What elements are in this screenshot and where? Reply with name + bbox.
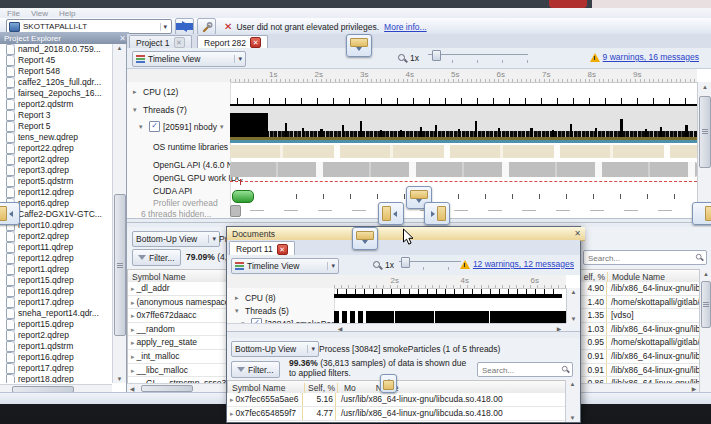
- row-opengl-api[interactable]: OpenGL API (4.6.0 NVI: [153, 160, 241, 170]
- expand-icon[interactable]: ▸: [131, 326, 135, 333]
- list-item[interactable]: report22.qdrep: [0, 143, 112, 154]
- list-item[interactable]: report12.qdrep: [0, 187, 112, 198]
- expand-icon[interactable]: ▸: [131, 312, 135, 319]
- close-tab-icon[interactable]: ✕: [174, 37, 185, 48]
- analysis-view-selector[interactable]: Bottom-Up View ▾: [132, 231, 220, 247]
- view-selector[interactable]: Timeline View ▾: [231, 258, 339, 274]
- scrollbar-thumb[interactable]: [699, 96, 711, 168]
- list-item[interactable]: report15.qdrep: [0, 319, 112, 330]
- row-cpu[interactable]: ▸CPU (8): [235, 293, 276, 303]
- scroll-up-icon[interactable]: ▲: [566, 381, 579, 387]
- dock-indicator-documents[interactable]: [352, 227, 378, 250]
- menu-item[interactable]: File: [7, 9, 20, 18]
- module-row[interactable]: 0.91 /lib/x86_64-linux-gnu/libc: [576, 364, 699, 378]
- list-item[interactable]: report1.qdrep: [0, 264, 112, 275]
- configure-button[interactable]: [197, 18, 216, 35]
- list-item[interactable]: sneha_report14.qdr...: [0, 308, 112, 319]
- scroll-left-icon[interactable]: ◀: [127, 385, 137, 392]
- scroll-up-icon[interactable]: ▲: [113, 45, 126, 51]
- expand-icon[interactable]: ▸: [131, 299, 135, 306]
- dock-indicator-right[interactable]: [424, 202, 450, 225]
- warnings-link[interactable]: 12 warnings, 12 messages: [473, 259, 574, 269]
- dock-indicator-top[interactable]: [346, 34, 372, 57]
- list-item[interactable]: report11.qdrep: [0, 242, 112, 253]
- scroll-up-icon[interactable]: ▲: [698, 84, 711, 90]
- module-row[interactable]: 1.40 /home/skottapalli/gitlab/l: [576, 296, 699, 310]
- dock-indicator-right-edge[interactable]: [692, 202, 711, 225]
- search-input[interactable]: [480, 363, 564, 378]
- search-box[interactable]: [477, 362, 573, 377]
- close-tab-icon[interactable]: ✕: [277, 244, 288, 255]
- scroll-down-icon[interactable]: ▼: [567, 316, 580, 322]
- list-item[interactable]: report15.qdrep: [0, 275, 112, 286]
- module-row[interactable]: 0.95 /home/skottapalli/gitlab/l: [576, 336, 699, 350]
- scroll-up-icon[interactable]: ▲: [567, 289, 580, 295]
- more-info-link[interactable]: More info...: [384, 22, 427, 32]
- analysis-view-selector[interactable]: Bottom-Up View ▾: [231, 341, 319, 357]
- symbol-row[interactable]: ▸_int_malloc: [128, 350, 229, 364]
- close-tab-icon[interactable]: ✕: [250, 37, 261, 48]
- symbol-row[interactable]: ▸apply_reg_state: [128, 336, 229, 350]
- dock-indicator-left[interactable]: [378, 202, 404, 225]
- list-item[interactable]: namd_2018.0.0.759...: [0, 44, 112, 55]
- dock-indicator-left-edge[interactable]: [0, 202, 20, 225]
- row-cuda-api[interactable]: CUDA API: [153, 186, 192, 196]
- tab-report-11[interactable]: Report 11 ✕: [229, 241, 295, 256]
- search-input[interactable]: [586, 251, 694, 266]
- list-item[interactable]: report2.qdstrm: [0, 99, 112, 110]
- connect-button[interactable]: [175, 18, 194, 35]
- row-cpu[interactable]: ▸CPU (12): [133, 87, 178, 97]
- symbol-row[interactable]: ▸(anonymous namespace)::C: [128, 296, 229, 310]
- list-item[interactable]: Report 45: [0, 55, 112, 66]
- filter-button[interactable]: Filter...: [231, 361, 280, 378]
- dock-indicator-table[interactable]: [380, 374, 397, 393]
- list-item[interactable]: caffe2_120s_full.qdr...: [0, 77, 112, 88]
- scroll-up-icon[interactable]: ▲: [700, 271, 711, 277]
- explorer-vertical-scrollbar[interactable]: ▲ ▼: [112, 44, 126, 383]
- warnings-link[interactable]: 9 warnings, 16 messages: [603, 52, 699, 62]
- row-nbody[interactable]: ▾✓[20591] nbody▾: [139, 121, 227, 132]
- table-row[interactable]: ▸0x7fec654859f7 4.77 /usr/lib/x86_64-lin…: [227, 407, 565, 421]
- list-item[interactable]: fairseq_2epochs_16...: [0, 88, 112, 99]
- scroll-right-icon[interactable]: ▶: [689, 385, 699, 392]
- list-item[interactable]: report2.qdrep: [0, 154, 112, 165]
- list-item[interactable]: Report 3: [0, 110, 112, 121]
- menu-item[interactable]: Help: [59, 9, 75, 18]
- symbol-row[interactable]: ▸0x7ffe672daacc: [128, 309, 229, 323]
- expand-icon[interactable]: ▸: [131, 285, 135, 292]
- table-vertical-scrollbar[interactable]: ▲ ▼: [565, 380, 579, 422]
- list-item[interactable]: report12.qdrep: [0, 253, 112, 264]
- timeline-vertical-scrollbar[interactable]: ▲ ▼: [566, 288, 580, 323]
- search-box[interactable]: [583, 250, 707, 265]
- scroll-down-icon[interactable]: ▼: [566, 415, 579, 421]
- zoom-slider[interactable]: [399, 257, 461, 271]
- list-item[interactable]: report2.qdrep: [0, 330, 112, 341]
- list-item[interactable]: tens_new.qdrep: [0, 132, 112, 143]
- symbol-row[interactable]: ▸_dl_addr: [128, 282, 229, 296]
- expand-icon[interactable]: ▸: [131, 339, 135, 346]
- scroll-down-icon[interactable]: ▼: [113, 376, 126, 382]
- zoom-slider[interactable]: [428, 50, 528, 64]
- timeline-tracks[interactable]: [230, 82, 697, 218]
- row-threads[interactable]: ▾Threads (5): [235, 306, 289, 316]
- module-table-vscroll[interactable]: ▲: [699, 269, 711, 392]
- list-item[interactable]: report3.qdrep: [0, 165, 112, 176]
- table-row[interactable]: ▸0x7fec655a5ae6 5.16 /usr/lib/x86_64-lin…: [227, 393, 565, 407]
- module-row[interactable]: 1.03 /lib/x86_64-linux-gnu/libc: [576, 323, 699, 337]
- list-item[interactable]: report16.qdrep: [0, 352, 112, 363]
- list-item[interactable]: report16.qdrep: [0, 286, 112, 297]
- timeline-vertical-scrollbar[interactable]: ▲: [697, 82, 711, 219]
- list-item[interactable]: report17.qdrep: [0, 297, 112, 308]
- scrollbar-thumb[interactable]: [114, 194, 126, 336]
- checkbox-checked[interactable]: ✓: [149, 121, 160, 132]
- module-row[interactable]: 1.35 [vdso]: [576, 309, 699, 323]
- close-icon[interactable]: ✕: [119, 34, 126, 43]
- list-item[interactable]: report18.qdrep: [0, 374, 112, 383]
- list-item[interactable]: Report 548: [0, 66, 112, 77]
- view-selector[interactable]: Timeline View ▾: [132, 51, 246, 67]
- tab-report-282[interactable]: Report 282 ✕: [197, 35, 268, 49]
- tab-project-1[interactable]: Project 1 ✕: [129, 35, 192, 49]
- row-os-runtime[interactable]: OS runtime libraries: [153, 142, 228, 152]
- list-item[interactable]: report1.qdstrm: [0, 341, 112, 352]
- list-item[interactable]: report17.qdrep: [0, 363, 112, 374]
